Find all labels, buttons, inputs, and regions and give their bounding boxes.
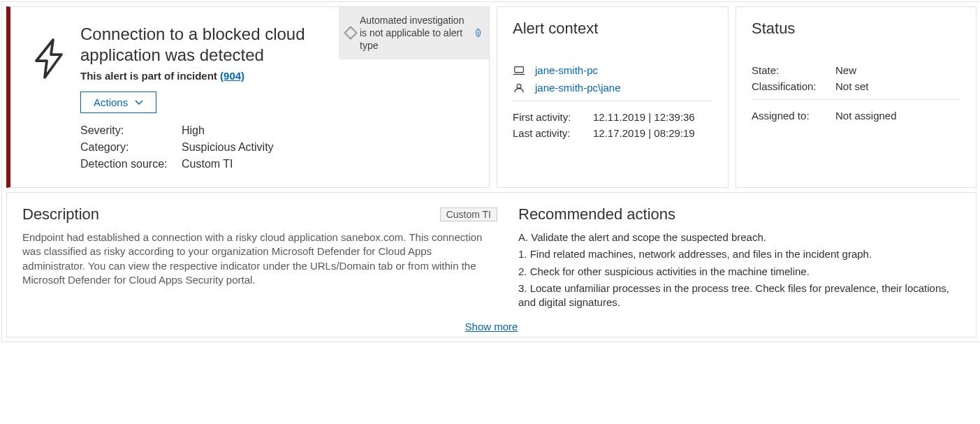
info-icon[interactable]: i xyxy=(476,29,481,37)
investigation-status-icon xyxy=(344,26,358,40)
classification-value: Not set xyxy=(835,80,869,92)
category-row: Category: Suspicious Activity xyxy=(80,141,474,154)
recommended-step-a: A. Validate the alert and scope the susp… xyxy=(518,231,960,244)
classification-row: Classification: Not set xyxy=(752,80,960,92)
incident-line: This alert is part of incident (904) xyxy=(80,70,474,82)
device-link[interactable]: jane-smith-pc xyxy=(535,64,598,76)
show-more-link[interactable]: Show more xyxy=(465,321,518,332)
alert-summary-card: Automated investigation is not applicabl… xyxy=(6,6,490,188)
svg-rect-0 xyxy=(515,66,524,72)
state-row: State: New xyxy=(752,64,960,76)
investigation-banner-text: Automated investigation is not applicabl… xyxy=(360,14,469,52)
lightning-icon xyxy=(31,38,66,80)
alert-context-card: Alert context jane-smith-pc jane-smith-p… xyxy=(497,6,729,188)
first-activity-value: 12.11.2019 | 12:39:36 xyxy=(593,111,695,123)
chevron-down-icon xyxy=(135,100,143,105)
show-more-row: Show more xyxy=(22,321,960,332)
incident-link[interactable]: (904) xyxy=(220,70,244,82)
first-activity-row: First activity: 12.11.2019 | 12:39:36 xyxy=(513,111,712,123)
actions-button-label: Actions xyxy=(94,96,128,108)
assigned-label: Assigned to: xyxy=(752,110,835,122)
user-link[interactable]: jane-smith-pc\jane xyxy=(535,82,621,94)
description-body: Endpoint had established a connection wi… xyxy=(22,231,497,287)
assigned-value: Not assigned xyxy=(835,110,897,122)
description-title: Description xyxy=(22,205,99,224)
classification-label: Classification: xyxy=(752,80,835,92)
detection-source-label: Detection source: xyxy=(80,158,182,170)
recommended-column: Recommended actions A. Validate the aler… xyxy=(518,205,960,312)
status-divider xyxy=(752,99,960,100)
last-activity-row: Last activity: 12.17.2019 | 08:29:19 xyxy=(513,127,712,139)
first-activity-label: First activity: xyxy=(513,111,593,123)
status-card: Status State: New Classification: Not se… xyxy=(736,6,977,188)
details-card: Description Custom TI Endpoint had estab… xyxy=(6,192,977,337)
alert-icon-column xyxy=(31,20,80,175)
detection-source-row: Detection source: Custom TI xyxy=(80,158,474,170)
recommended-step-1: 1. Find related machines, network addres… xyxy=(518,247,960,261)
description-column: Description Custom TI Endpoint had estab… xyxy=(22,205,497,312)
alert-title: Connection to a blocked cloud applicatio… xyxy=(80,24,318,66)
status-title: Status xyxy=(752,20,960,38)
user-icon xyxy=(513,83,525,93)
severity-value: High xyxy=(182,124,205,137)
alert-detail-page: Automated investigation is not applicabl… xyxy=(1,1,980,342)
recommended-step-3: 3. Locate unfamiliar processes in the pr… xyxy=(518,282,960,310)
detection-source-value: Custom TI xyxy=(182,158,233,170)
device-row: jane-smith-pc xyxy=(513,64,712,76)
investigation-banner: Automated investigation is not applicabl… xyxy=(339,7,489,59)
context-divider xyxy=(513,101,712,101)
alert-context-title: Alert context xyxy=(513,20,712,38)
last-activity-label: Last activity: xyxy=(513,127,593,139)
svg-point-1 xyxy=(517,84,521,88)
custom-ti-tag: Custom TI xyxy=(440,207,497,221)
recommended-step-2: 2. Check for other suspicious activities… xyxy=(518,265,960,279)
incident-prefix: This alert is part of incident xyxy=(80,70,220,82)
category-label: Category: xyxy=(80,141,182,154)
assigned-row: Assigned to: Not assigned xyxy=(752,110,960,122)
severity-row: Severity: High xyxy=(80,124,474,137)
last-activity-value: 12.17.2019 | 08:29:19 xyxy=(593,127,695,139)
category-value: Suspicious Activity xyxy=(182,141,274,154)
state-label: State: xyxy=(752,64,835,76)
state-value: New xyxy=(835,64,856,76)
actions-button[interactable]: Actions xyxy=(80,92,156,113)
laptop-icon xyxy=(513,66,525,75)
recommended-title: Recommended actions xyxy=(518,205,960,224)
severity-label: Severity: xyxy=(80,124,182,137)
user-row: jane-smith-pc\jane xyxy=(513,82,712,94)
